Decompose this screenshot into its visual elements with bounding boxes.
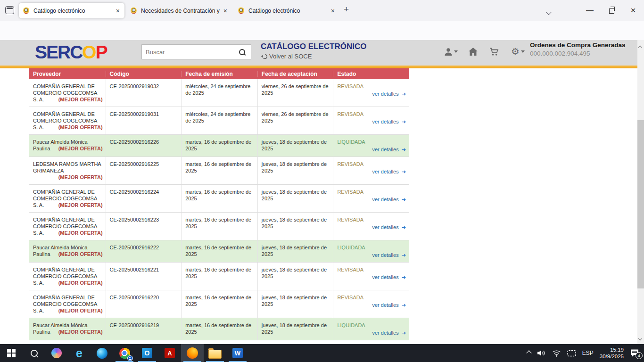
status-cell: REVISADAver detalles ➜ — [333, 79, 409, 107]
wifi-icon[interactable] — [552, 350, 561, 357]
cart-icon[interactable] — [489, 48, 499, 56]
outlook-icon: O — [142, 348, 152, 358]
orders-table: ProveedorCódigoFecha de emisiónFecha de … — [29, 68, 409, 340]
notification-center-icon[interactable]: 4 — [630, 349, 639, 357]
scrollbar-thumb[interactable] — [637, 120, 644, 288]
emission-date-cell: martes, 16 de septiembre de 2025 — [181, 185, 257, 212]
windows-logo-icon — [7, 349, 16, 357]
details-arrow-icon: ➜ — [400, 169, 406, 174]
view-details-link[interactable]: ver detalles ➜ — [337, 252, 406, 258]
details-arrow-icon: ➜ — [400, 302, 406, 308]
taskbar-word-button[interactable]: W — [226, 344, 249, 362]
orders-table-header: ProveedorCódigoFecha de emisiónFecha de … — [29, 68, 409, 79]
provider-cell: COMPAÑIA GENERAL DE COMERCIO COGECOMSA S… — [29, 263, 106, 290]
acceptance-date-cell: jueves, 18 de septiembre de 2025 — [257, 263, 333, 290]
new-tab-button[interactable]: + — [344, 4, 349, 15]
tab-close-icon[interactable]: × — [115, 7, 121, 15]
orders-summary: Ordenes de Compra Generadas 000.000.002.… — [530, 41, 626, 57]
taskbar-copilot-button[interactable] — [45, 344, 68, 362]
provider-cell: Paucar Almeida Mónica Paulina (MEJOR OFE… — [29, 240, 106, 262]
taskbar-explorer-button[interactable] — [204, 344, 226, 362]
clock[interactable]: 15:1930/9/2025 — [600, 346, 624, 360]
list-all-tabs-icon[interactable] — [547, 8, 551, 16]
tab-close-icon[interactable]: × — [223, 7, 228, 15]
window-minimize-button[interactable]: — — [579, 0, 601, 21]
status-cell: REVISADAver detalles ➜ — [333, 263, 409, 290]
taskbar-acrobat-button[interactable]: A — [158, 344, 181, 362]
sercop-logo[interactable]: SERCOP — [35, 42, 107, 63]
page-content: ProveedorCódigoFecha de emisiónFecha de … — [0, 68, 644, 344]
undo-arrow-icon — [261, 54, 267, 59]
view-details-link[interactable]: ver detalles ➜ — [337, 274, 406, 280]
browser-tab[interactable]: Catálogo electrónico× — [19, 3, 124, 18]
volume-icon[interactable] — [537, 349, 546, 357]
taskbar-firefox-button[interactable] — [181, 344, 204, 362]
user-menu-icon[interactable] — [444, 48, 458, 56]
status-badge: REVISADA — [337, 189, 406, 195]
status-cell: REVISADAver detalles ➜ — [333, 107, 409, 134]
search-button[interactable] — [233, 44, 251, 59]
provider-cell: Paucar Almeida Mónica Paulina (MEJOR OFE… — [29, 318, 106, 340]
best-offer-label: (MEJOR OFERTA) — [58, 307, 103, 314]
view-details-link[interactable]: ver detalles ➜ — [337, 168, 406, 175]
view-details-link[interactable]: ver detalles ➜ — [337, 118, 406, 125]
connect-display-icon[interactable] — [567, 350, 576, 357]
window-restore-button[interactable] — [601, 0, 622, 21]
scrollbar-down-arrow[interactable] — [639, 333, 642, 342]
site-header: SERCOP CATÁLOGO ELECTRÓNICO Volver al SO… — [0, 40, 644, 66]
column-header: Proveedor — [29, 71, 106, 77]
view-details-link[interactable]: ver detalles ➜ — [337, 224, 406, 230]
view-details-link[interactable]: ver detalles ➜ — [337, 329, 406, 336]
firefox-view-icon[interactable] — [5, 6, 14, 14]
acceptance-date-cell: viernes, 26 de septiembre de 2025 — [257, 107, 333, 134]
search-input[interactable] — [141, 44, 235, 59]
browser-tab[interactable]: Catálogo electrónico× — [234, 3, 339, 18]
status-badge: REVISADA — [337, 161, 406, 167]
tab-title: Catálogo electrónico — [33, 8, 115, 14]
code-cell: CE-20250002916223 — [106, 213, 182, 240]
scrollbar-up-arrow[interactable] — [639, 42, 642, 51]
view-details-link[interactable]: ver detalles ➜ — [337, 196, 406, 203]
acceptance-date-cell: jueves, 18 de septiembre de 2025 — [257, 240, 333, 262]
browser-tab[interactable]: Necesidades de Contratación y× — [126, 3, 232, 18]
tab-close-icon[interactable]: × — [330, 7, 336, 15]
status-badge: REVISADA — [337, 216, 406, 223]
view-details-link[interactable]: ver detalles ➜ — [337, 302, 406, 308]
taskbar-edge-button[interactable] — [91, 344, 113, 362]
emission-date-cell: martes, 16 de septiembre de 2025 — [181, 263, 257, 290]
home-icon[interactable] — [469, 48, 478, 56]
window-close-button[interactable]: × — [622, 0, 644, 21]
language-indicator[interactable]: ESP — [582, 350, 594, 356]
taskbar-outlook-button[interactable]: O — [136, 344, 158, 362]
taskbar-ie-button[interactable]: e — [68, 344, 91, 362]
details-arrow-icon: ➜ — [400, 91, 406, 97]
status-cell: REVISADAver detalles ➜ — [333, 157, 409, 184]
view-details-link[interactable]: ver detalles ➜ — [337, 146, 406, 153]
start-button[interactable] — [0, 344, 23, 362]
code-cell: CE-20250002916224 — [106, 185, 182, 212]
tray-show-hidden-icons[interactable] — [527, 351, 531, 355]
page-scrollbar[interactable] — [637, 40, 644, 344]
column-header: Fecha de emisión — [181, 71, 257, 77]
taskbar-search-button[interactable] — [23, 344, 45, 362]
best-offer-label: (MEJOR OFERTA) — [58, 329, 103, 335]
settings-gear-icon[interactable]: ⚙ — [511, 47, 525, 56]
status-cell: REVISADAver detalles ➜ — [333, 290, 409, 318]
status-cell: LIQUIDADAver detalles ➜ — [333, 240, 409, 262]
file-explorer-icon — [208, 350, 222, 359]
details-arrow-icon: ➜ — [400, 119, 406, 124]
status-badge: LIQUIDADA — [337, 139, 406, 145]
column-header: Fecha de aceptación — [257, 71, 333, 77]
view-details-link[interactable]: ver detalles ➜ — [337, 90, 406, 97]
provider-cell: Paucar Almeida Mónica Paulina (MEJOR OFE… — [29, 135, 106, 156]
provider-cell: COMPAÑIA GENERAL DE COMERCIO COGECOMSA S… — [29, 290, 106, 318]
taskbar-chrome-button[interactable] — [113, 344, 136, 362]
tab-title: Catálogo electrónico — [248, 8, 330, 14]
provider-name: LEDESMA RAMOS MARTHA GRIMANEZA — [33, 161, 101, 173]
status-badge: LIQUIDADA — [337, 322, 406, 329]
code-cell: CE-20250002916225 — [106, 157, 182, 184]
volver-al-soce-link[interactable]: Volver al SOCE — [261, 53, 312, 60]
browser-titlebar: Catálogo electrónico×Necesidades de Cont… — [0, 0, 644, 21]
table-row: COMPAÑIA GENERAL DE COMERCIO COGECOMSA S… — [29, 107, 409, 134]
tray-date: 30/9/2025 — [600, 354, 624, 359]
